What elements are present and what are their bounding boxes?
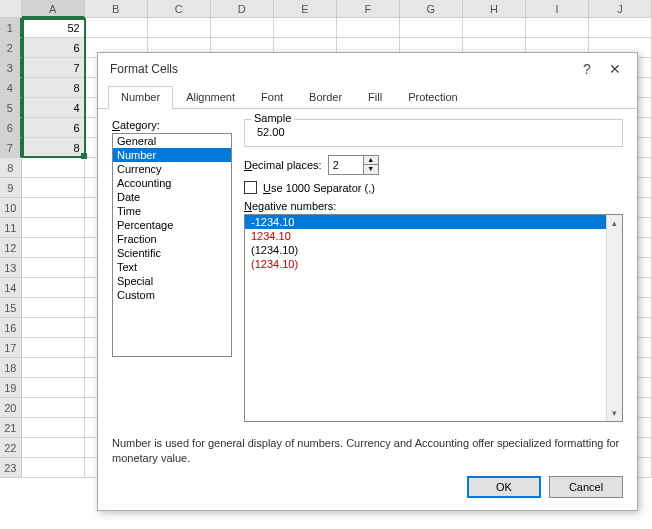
cell[interactable] <box>22 178 85 198</box>
spin-down-button[interactable]: ▼ <box>364 165 378 174</box>
row-header[interactable]: 12 <box>0 238 22 258</box>
spin-up-button[interactable]: ▲ <box>364 156 378 165</box>
tab-protection[interactable]: Protection <box>395 86 471 109</box>
cell[interactable] <box>22 378 85 398</box>
cell[interactable] <box>22 158 85 178</box>
cell[interactable] <box>22 258 85 278</box>
category-item[interactable]: Special <box>113 274 231 288</box>
column-header[interactable]: A <box>22 0 85 18</box>
column-header[interactable]: B <box>85 0 148 18</box>
cell[interactable]: 6 <box>22 118 85 138</box>
row-header[interactable]: 16 <box>0 318 22 338</box>
column-header[interactable]: D <box>211 0 274 18</box>
negative-format-item[interactable]: 1234.10 <box>245 229 622 243</box>
row-header[interactable]: 17 <box>0 338 22 358</box>
cell[interactable] <box>22 358 85 378</box>
row-header[interactable]: 19 <box>0 378 22 398</box>
column-header[interactable]: G <box>400 0 463 18</box>
row-header[interactable]: 3 <box>0 58 22 78</box>
category-item[interactable]: Date <box>113 190 231 204</box>
cell[interactable] <box>22 238 85 258</box>
row-header[interactable]: 8 <box>0 158 22 178</box>
row-header[interactable]: 9 <box>0 178 22 198</box>
cell[interactable] <box>274 18 337 38</box>
cell[interactable] <box>22 458 85 478</box>
cell[interactable] <box>463 18 526 38</box>
decimal-places-input[interactable] <box>329 156 363 174</box>
row-header[interactable]: 6 <box>0 118 22 138</box>
category-item[interactable]: Fraction <box>113 232 231 246</box>
negative-format-item[interactable]: (1234.10) <box>245 257 622 271</box>
category-item[interactable]: Custom <box>113 288 231 302</box>
cell[interactable] <box>22 298 85 318</box>
category-item[interactable]: Time <box>113 204 231 218</box>
cell[interactable] <box>22 438 85 458</box>
row-header[interactable]: 22 <box>0 438 22 458</box>
row-header[interactable]: 4 <box>0 78 22 98</box>
cell[interactable]: 4 <box>22 98 85 118</box>
dialog-titlebar[interactable]: Format Cells ? ✕ <box>98 53 637 85</box>
select-all-corner[interactable] <box>0 0 22 18</box>
row-header[interactable]: 2 <box>0 38 22 58</box>
row-header[interactable]: 7 <box>0 138 22 158</box>
cell[interactable] <box>589 18 652 38</box>
tab-font[interactable]: Font <box>248 86 296 109</box>
row-header[interactable]: 5 <box>0 98 22 118</box>
cell[interactable]: 7 <box>22 58 85 78</box>
cell[interactable] <box>22 278 85 298</box>
category-item[interactable]: Text <box>113 260 231 274</box>
category-item[interactable]: Percentage <box>113 218 231 232</box>
column-header[interactable]: C <box>148 0 211 18</box>
cell[interactable] <box>148 18 211 38</box>
row-header[interactable]: 20 <box>0 398 22 418</box>
cell[interactable]: 52 <box>22 18 85 38</box>
category-item[interactable]: Number <box>113 148 231 162</box>
tab-alignment[interactable]: Alignment <box>173 86 248 109</box>
category-item[interactable]: Currency <box>113 162 231 176</box>
cell[interactable] <box>22 398 85 418</box>
category-item[interactable]: Scientific <box>113 246 231 260</box>
cell[interactable] <box>22 218 85 238</box>
cell[interactable] <box>211 18 274 38</box>
column-header[interactable]: H <box>463 0 526 18</box>
column-header[interactable]: E <box>274 0 337 18</box>
negative-numbers-listbox[interactable]: -1234.101234.10(1234.10)(1234.10) ▴ ▾ <box>244 214 623 422</box>
tab-number[interactable]: Number <box>108 86 173 109</box>
close-button[interactable]: ✕ <box>601 61 629 77</box>
cell[interactable] <box>22 418 85 438</box>
decimal-places-spinner[interactable]: ▲ ▼ <box>328 155 379 175</box>
listbox-scrollbar[interactable]: ▴ ▾ <box>606 215 622 421</box>
cell[interactable] <box>400 18 463 38</box>
row-header[interactable]: 18 <box>0 358 22 378</box>
negative-format-item[interactable]: (1234.10) <box>245 243 622 257</box>
cell[interactable] <box>526 18 589 38</box>
row-header[interactable]: 23 <box>0 458 22 478</box>
cell[interactable] <box>22 338 85 358</box>
cell[interactable] <box>85 18 148 38</box>
cell[interactable] <box>22 318 85 338</box>
scroll-up-icon[interactable]: ▴ <box>607 215 622 231</box>
scroll-down-icon[interactable]: ▾ <box>607 405 622 421</box>
tab-border[interactable]: Border <box>296 86 355 109</box>
help-button[interactable]: ? <box>573 61 601 77</box>
cell[interactable] <box>22 198 85 218</box>
cancel-button[interactable]: Cancel <box>549 476 623 498</box>
negative-format-item[interactable]: -1234.10 <box>245 215 622 229</box>
column-header[interactable]: F <box>337 0 400 18</box>
row-header[interactable]: 15 <box>0 298 22 318</box>
row-header[interactable]: 14 <box>0 278 22 298</box>
column-header[interactable]: J <box>589 0 652 18</box>
row-header[interactable]: 13 <box>0 258 22 278</box>
cell[interactable]: 6 <box>22 38 85 58</box>
tab-fill[interactable]: Fill <box>355 86 395 109</box>
row-header[interactable]: 21 <box>0 418 22 438</box>
thousand-separator-checkbox[interactable] <box>244 181 257 194</box>
cell[interactable]: 8 <box>22 138 85 158</box>
category-listbox[interactable]: GeneralNumberCurrencyAccountingDateTimeP… <box>112 133 232 357</box>
ok-button[interactable]: OK <box>467 476 541 498</box>
column-header[interactable]: I <box>526 0 589 18</box>
category-item[interactable]: General <box>113 134 231 148</box>
cell[interactable] <box>337 18 400 38</box>
category-item[interactable]: Accounting <box>113 176 231 190</box>
row-header[interactable]: 10 <box>0 198 22 218</box>
